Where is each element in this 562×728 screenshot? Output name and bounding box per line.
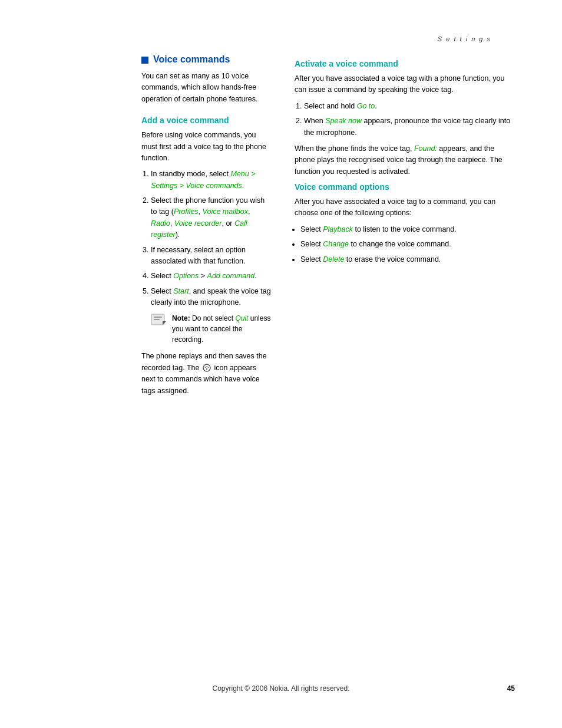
voice-command-options-intro: After you have associated a voice tag to…: [295, 196, 515, 219]
voice-command-options-list: Select Playback to listen to the voice c…: [300, 224, 515, 265]
activate-intro: After you have associated a voice tag wi…: [295, 73, 515, 96]
profiles-link: Profiles: [174, 207, 199, 216]
page-container: S e t t i n g s Voice commands You can s…: [0, 0, 562, 728]
radio-link: Radio: [151, 219, 170, 228]
options-link: Options: [173, 272, 199, 280]
add-voice-command-steps: In standby mode, select Menu > Settings …: [151, 169, 271, 308]
found-link: Found:: [414, 144, 437, 153]
option-playback: Select Playback to listen to the voice c…: [300, 224, 515, 235]
main-intro-text: You can set as many as 10 voice commands…: [141, 71, 271, 105]
speak-now-link: Speak now: [325, 117, 362, 125]
step-2: Select the phone function you wish to ta…: [151, 195, 271, 241]
note-box: Note: Do not select Quit unless you want…: [151, 313, 271, 345]
voice-recorder-link: Voice recorder: [174, 219, 222, 228]
change-link: Change: [323, 240, 349, 248]
blue-square-icon: [141, 57, 148, 64]
activate-closing: When the phone finds the voice tag, Foun…: [295, 143, 515, 177]
svg-rect-2: [154, 319, 160, 320]
closing-text: The phone replays and then saves the rec…: [141, 351, 271, 397]
page-number: 45: [507, 684, 515, 693]
right-column: Activate a voice command After you have …: [295, 54, 515, 401]
note-icon: [151, 313, 167, 328]
start-link: Start: [173, 287, 189, 295]
add-voice-command-heading: Add a voice command: [141, 116, 271, 125]
step-5: Select Start, and speak the voice tag cl…: [151, 286, 271, 309]
activate-step-1: Select and hold Go to.: [304, 101, 515, 112]
content-area: Voice commands You can set as many as 10…: [0, 54, 562, 401]
footer: Copyright © 2006 Nokia. All rights reser…: [0, 684, 562, 693]
playback-link: Playback: [323, 225, 353, 233]
step-4: Select Options > Add command.: [151, 271, 271, 282]
step-1: In standby mode, select Menu > Settings …: [151, 169, 271, 192]
header-label: S e t t i n g s: [438, 35, 491, 42]
main-title: Voice commands: [153, 54, 230, 65]
copyright-text: Copyright © 2006 Nokia. All rights reser…: [213, 684, 350, 693]
delete-link: Delete: [323, 255, 344, 263]
activate-step-2: When Speak now appears, pronounce the vo…: [304, 116, 515, 139]
activate-voice-command-heading: Activate a voice command: [295, 59, 515, 68]
phone-icon: [201, 364, 214, 372]
svg-rect-1: [154, 317, 162, 318]
voice-mailbox-link: Voice mailbox: [203, 207, 248, 216]
option-delete: Select Delete to erase the voice command…: [300, 254, 515, 265]
activate-steps: Select and hold Go to. When Speak now ap…: [304, 101, 515, 139]
add-voice-command-intro: Before using voice commands, you must fi…: [141, 130, 271, 164]
page-header: S e t t i n g s: [0, 35, 562, 54]
go-to-link: Go to: [357, 102, 375, 110]
quit-link: Quit: [235, 314, 248, 322]
voice-command-options-heading: Voice command options: [295, 182, 515, 192]
add-command-link: Add command: [207, 272, 255, 280]
main-section-heading: Voice commands: [141, 54, 271, 65]
step-3: If necessary, select an option associate…: [151, 245, 271, 268]
note-text: Note: Do not select Quit unless you want…: [172, 313, 271, 345]
left-column: Voice commands You can set as many as 10…: [141, 54, 271, 401]
option-change: Select Change to change the voice comman…: [300, 239, 515, 250]
